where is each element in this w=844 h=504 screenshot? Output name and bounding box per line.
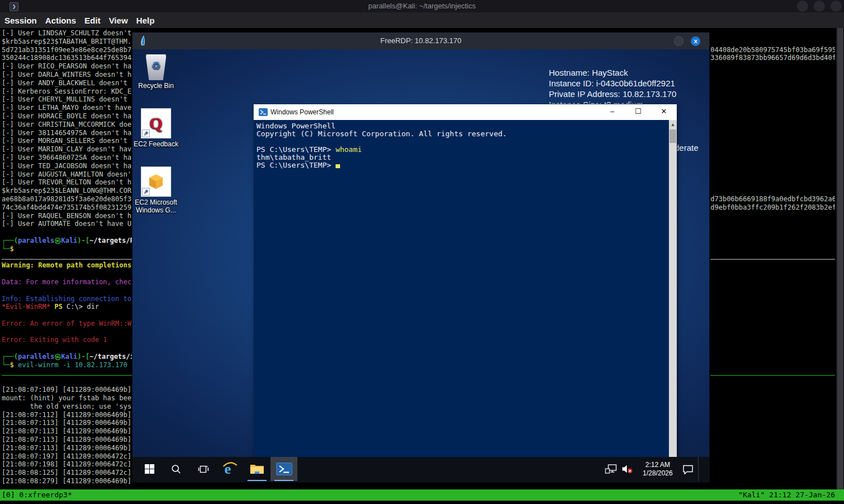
terminal-scrollbar[interactable] [836,28,843,489]
freerdp-close-button[interactable]: x [691,36,700,46]
search-button[interactable] [163,457,190,481]
aws-cube-icon: ↗ [141,167,171,197]
freerdp-window: FreeRDP: 10.82.173.170 x ♻ Recycle Bin Q… [132,33,709,482]
tmux-session-info: [0] 0:xfreerdp3* [2,489,72,501]
instance-info: Hostname: HayStack Instance ID: i-043c0b… [549,67,689,104]
start-button[interactable] [136,457,163,481]
internet-explorer-icon: e [222,461,238,477]
powershell-titlebar[interactable]: Windows PowerShell – ☐ ✕ [254,104,677,120]
kali-window-title: parallels@Kali: ~/targets/injectics [0,2,844,10]
terminal-output-right: 04408de20b580975745bf03ba69f595336089f83… [710,29,835,488]
info-text-fragment: derate [675,143,699,152]
menu-help[interactable]: Help [136,16,155,25]
file-explorer-button[interactable] [244,457,270,481]
freerdp-window-title: FreeRDP: 10.82.173.170 [132,33,709,49]
screen: ❯ parallels@Kali: ~/targets/injectics Se… [0,0,844,504]
show-desktop-divider[interactable] [698,457,699,481]
recycle-bin-icon: ♻ [146,54,166,80]
powershell-scrollbar[interactable]: ▲ [669,120,677,457]
terminal-output-left: [-] User LINDSAY_SCHULTZ doesn't k$krb5a… [2,29,132,488]
shortcut-arrow-icon: ↗ [142,130,150,137]
clock-date: 1/28/2026 [637,469,678,478]
search-icon [171,464,181,474]
menu-actions[interactable]: Actions [45,16,76,25]
ps-minimize-button[interactable]: – [599,104,625,120]
kali-menubar: Session Actions Edit View Help [0,12,844,28]
ps-maximize-button[interactable]: ☐ [625,104,651,120]
window-minimize-button[interactable] [797,1,808,12]
instance-size-line: Instance Size: t3.medium [549,99,689,104]
powershell-taskbar-button[interactable] [270,457,297,481]
menu-edit[interactable]: Edit [85,16,100,25]
powershell-icon [259,108,268,119]
window-close-button[interactable] [831,1,842,12]
taskbar-apps: e [136,457,297,481]
instance-id-line: Instance ID: i-043c0b61de0ff2921 [549,78,689,89]
freerdp-minimize-button[interactable] [674,36,684,46]
scroll-up-icon[interactable]: ▲ [669,120,677,129]
powershell-window: Windows PowerShell – ☐ ✕ Windows PowerSh… [254,104,677,457]
powershell-console[interactable]: Windows PowerShellCopyright (C) Microsof… [254,120,677,457]
ec2-feedback-icon: Q ↗ [141,108,171,138]
tmux-host-clock: "Kali" 21:12 27-Jan-26 [738,489,835,501]
window-maximize-button[interactable] [814,1,825,12]
task-view-button[interactable] [190,457,217,481]
desktop-icon-ec2-feedback[interactable]: Q ↗ EC2 Feedback [132,108,180,148]
freerdp-titlebar[interactable]: FreeRDP: 10.82.173.170 x [132,33,709,49]
desktop-icon-recycle-bin[interactable]: ♻ Recycle Bin [132,54,180,90]
private-ip-line: Private IP Address: 10.82.173.170 [549,89,689,99]
menu-session[interactable]: Session [4,16,37,25]
windows-logo-icon [145,464,154,474]
clock-time: 2:12 AM [637,461,678,469]
taskbar-clock[interactable]: 2:12 AM 1/28/2026 [637,461,678,478]
ps-close-button[interactable]: ✕ [651,104,677,120]
tmux-status-bar: [0] 0:xfreerdp3* "Kali" 21:12 27-Jan-26 [0,489,844,501]
desktop-icon-ec2-microsoft-windows[interactable]: ↗ EC2 Microsoft Windows G... [132,167,180,214]
taskbar-tray: 2:12 AM 1/28/2026 [605,457,706,481]
volume-muted-icon[interactable] [621,464,633,474]
freerdp-app-icon [139,35,148,49]
menu-view[interactable]: View [109,16,128,25]
task-view-icon [198,464,209,474]
file-explorer-icon [250,463,264,475]
shortcut-arrow-icon: ↗ [142,188,150,196]
powershell-output: Windows PowerShellCopyright (C) Microsof… [256,122,668,169]
hostname-line: Hostname: HayStack [549,67,689,78]
kali-titlebar: ❯ parallels@Kali: ~/targets/injectics [0,0,844,12]
internet-explorer-button[interactable]: e [217,457,244,481]
network-icon[interactable] [605,464,617,474]
scrollbar-thumb[interactable] [669,130,676,143]
action-center-icon[interactable] [682,464,694,474]
powershell-icon [276,463,292,475]
windows-taskbar: e 2:12 AM 1/28/2026 [132,457,709,481]
windows-desktop: ♻ Recycle Bin Q ↗ EC2 Feedback ↗ EC2 Mic… [132,49,709,457]
powershell-window-title: Windows PowerShell [270,104,334,120]
